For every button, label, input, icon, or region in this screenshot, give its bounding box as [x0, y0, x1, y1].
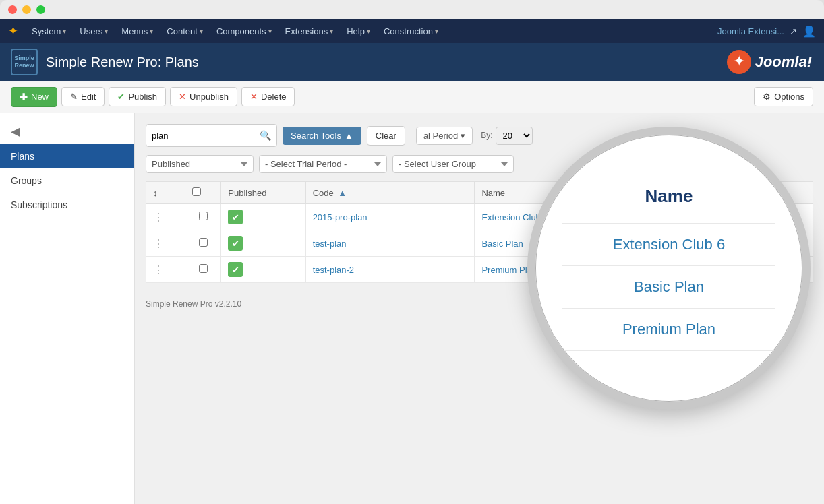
main-area: ◀ Plans Groups Subscriptions 🔍 Search To…	[0, 113, 824, 504]
sidebar: ◀ Plans Groups Subscriptions	[0, 113, 135, 504]
magnify-overlay: Name Extension Club 6 Basic Plan Premium…	[527, 127, 811, 410]
publish-button[interactable]: ✔ Publish	[109, 87, 166, 106]
chevron-down-icon: ▾	[367, 28, 370, 35]
row-actions-2[interactable]: ⋮	[146, 230, 185, 257]
row-checkbox-1[interactable]	[185, 204, 220, 230]
row-status-2[interactable]: ✔	[221, 230, 305, 257]
joomla-star-icon: ✦	[727, 50, 751, 74]
status-filter[interactable]: Published Unpublished All	[146, 155, 254, 173]
nav-menus[interactable]: Menus ▾	[116, 24, 158, 39]
edit-button[interactable]: ✎ Edit	[61, 87, 105, 106]
nav-extensions[interactable]: Extensions ▾	[280, 24, 339, 39]
top-nav: ✦ System ▾ Users ▾ Menus ▾ Content ▾ Com…	[0, 19, 824, 43]
nav-components[interactable]: Components ▾	[211, 24, 277, 39]
search-input[interactable]	[152, 131, 260, 141]
content-area: 🔍 Search Tools ▲ Clear al Period ▾ By: 2…	[135, 113, 824, 504]
nav-content[interactable]: Content ▾	[161, 24, 208, 39]
chevron-down-icon: ▾	[105, 28, 108, 35]
ellipsis-icon[interactable]: ⋮	[153, 238, 164, 249]
code-link[interactable]: test-plan	[313, 239, 347, 249]
delete-button[interactable]: ✕ Delete	[241, 87, 295, 106]
published-check-icon: ✔	[228, 262, 243, 277]
code-col-header[interactable]: Code ▲	[305, 182, 475, 204]
row-checkbox-2[interactable]	[185, 230, 220, 257]
magnify-item-2: Basic Plan	[562, 265, 775, 308]
user-menu-icon[interactable]: 👤	[802, 25, 816, 38]
name-link[interactable]: Basic Plan	[481, 239, 523, 249]
user-group-filter[interactable]: - Select User Group	[392, 155, 514, 173]
row-status-1[interactable]: ✔	[221, 204, 305, 230]
row-actions-3[interactable]: ⋮	[146, 257, 185, 283]
period-filter-box[interactable]: al Period ▾	[416, 127, 473, 145]
magnify-header: Name	[562, 186, 775, 207]
published-col-header[interactable]: Published	[221, 182, 305, 204]
search-input-wrap: 🔍	[146, 124, 277, 147]
nav-system[interactable]: System ▾	[26, 24, 71, 39]
page-title: Simple Renew Pro: Plans	[46, 55, 727, 70]
code-link[interactable]: 2015-pro-plan	[313, 212, 367, 222]
sort-col-header[interactable]: ↕	[146, 182, 185, 204]
chevron-up-icon: ▲	[345, 131, 353, 141]
magnify-item-1: Extension Club 6	[562, 223, 775, 265]
row-status-3[interactable]: ✔	[221, 257, 305, 283]
sidebar-item-groups[interactable]: Groups	[0, 168, 134, 193]
joomla-nav-icon[interactable]: ✦	[8, 24, 18, 38]
search-tools-button[interactable]: Search Tools ▲	[283, 127, 361, 145]
joomla-logo: ✦ Joomla!	[727, 50, 813, 74]
chevron-down-icon: ▾	[461, 131, 465, 141]
joomla-extensions-link[interactable]: Joomla Extensi...	[717, 26, 784, 36]
magnify-link-2[interactable]: Basic Plan	[634, 278, 704, 295]
magnify-content: Name Extension Club 6 Basic Plan Premium…	[535, 172, 802, 365]
header-bar: SimpleRenew Simple Renew Pro: Plans ✦ Jo…	[0, 43, 824, 81]
per-page-select[interactable]: 20 50 100	[496, 127, 533, 145]
chevron-down-icon: ▾	[268, 28, 272, 35]
sidebar-item-plans[interactable]: Plans	[0, 144, 134, 168]
external-link-icon: ↗	[790, 26, 797, 36]
options-button[interactable]: ⚙ Options	[754, 87, 813, 106]
toolbar: ✚ New ✎ Edit ✔ Publish ✕ Unpublish ✕ Del…	[0, 81, 824, 113]
window-chrome	[0, 0, 824, 19]
nav-construction[interactable]: Construction ▾	[378, 24, 444, 39]
row-code-3[interactable]: test-plan-2	[305, 257, 475, 283]
ellipsis-icon[interactable]: ⋮	[153, 212, 164, 223]
trial-period-filter[interactable]: - Select Trial Period -	[259, 155, 387, 173]
x-icon: ✕	[250, 92, 258, 102]
magnify-item-3: Premium Plan	[562, 308, 775, 351]
close-button[interactable]	[8, 5, 17, 14]
check-icon: ✔	[117, 92, 125, 102]
new-button[interactable]: ✚ New	[11, 87, 57, 107]
checkbox-col-header	[185, 182, 220, 204]
row-code-2[interactable]: test-plan	[305, 230, 475, 257]
sidebar-item-subscriptions[interactable]: Subscriptions	[0, 193, 134, 217]
circle-x-icon: ✕	[179, 92, 186, 102]
magnify-link-1[interactable]: Extension Club 6	[613, 236, 725, 253]
code-link[interactable]: test-plan-2	[313, 265, 354, 275]
row-actions-1[interactable]: ⋮	[146, 204, 185, 230]
per-page-area: By: 20 50 100	[481, 127, 532, 145]
joomla-brand-text: Joomla!	[755, 53, 812, 71]
svg-text:✦: ✦	[733, 53, 745, 69]
unpublish-button[interactable]: ✕ Unpublish	[170, 87, 237, 106]
chevron-down-icon: ▾	[330, 28, 333, 35]
sort-asc-icon: ▲	[338, 188, 347, 198]
row-code-1[interactable]: 2015-pro-plan	[305, 204, 475, 230]
search-icon: 🔍	[260, 130, 271, 141]
select-all-checkbox[interactable]	[192, 187, 201, 196]
magnify-link-3[interactable]: Premium Plan	[622, 321, 715, 338]
chevron-down-icon: ▾	[150, 28, 153, 35]
chevron-down-icon: ▾	[200, 28, 203, 35]
ellipsis-icon[interactable]: ⋮	[153, 264, 164, 276]
sidebar-back-button[interactable]: ◀	[0, 119, 134, 144]
published-check-icon: ✔	[228, 210, 243, 224]
minimize-button[interactable]	[22, 5, 31, 14]
gear-icon: ⚙	[763, 92, 771, 102]
row-checkbox-3[interactable]	[185, 257, 220, 283]
maximize-button[interactable]	[36, 5, 45, 14]
nav-users[interactable]: Users ▾	[74, 24, 113, 39]
chevron-down-icon: ▾	[63, 28, 66, 35]
nav-help[interactable]: Help ▾	[341, 24, 376, 39]
clear-button[interactable]: Clear	[367, 126, 405, 146]
plus-icon: ✚	[20, 92, 28, 102]
version-text: Simple Renew Pro v2.2.10	[146, 299, 241, 309]
chevron-down-icon: ▾	[435, 28, 438, 35]
